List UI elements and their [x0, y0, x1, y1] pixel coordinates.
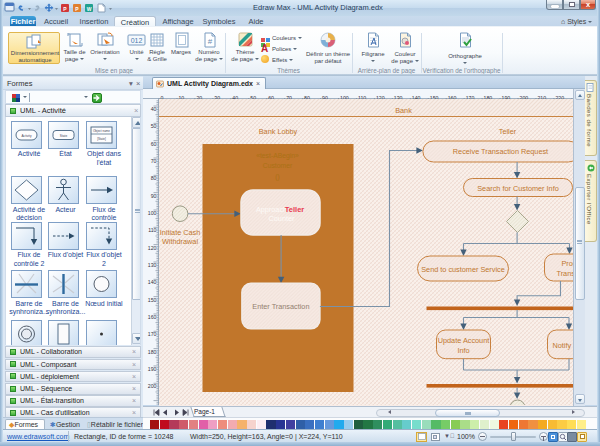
svg-text:Teller: Teller — [498, 127, 516, 136]
svg-text:Bank: Bank — [395, 106, 412, 115]
svg-text:Update Account: Update Account — [437, 336, 489, 345]
svg-text:190: 190 — [148, 366, 157, 372]
svg-text:Send to customer Service: Send to customer Service — [421, 265, 505, 274]
svg-text:130: 130 — [148, 262, 157, 268]
svg-text:90: 90 — [151, 193, 157, 199]
svg-text:50: 50 — [151, 123, 157, 129]
svg-text:150: 150 — [148, 297, 157, 303]
svg-text:012: 012 — [131, 37, 143, 44]
svg-text:State: State — [60, 133, 68, 137]
svg-text:80: 80 — [151, 175, 157, 181]
svg-text:Bank Lobby: Bank Lobby — [258, 127, 297, 136]
svg-text:[State]: [State] — [97, 137, 106, 141]
svg-text:Receive Transaction Request: Receive Transaction Request — [452, 147, 547, 156]
svg-text:200: 200 — [148, 383, 157, 389]
svg-text:Transac: Transac — [556, 269, 573, 278]
svg-text:Withdrawal: Withdrawal — [161, 237, 197, 246]
svg-text:100: 100 — [148, 210, 157, 216]
svg-text:Notify C: Notify C — [552, 341, 573, 350]
svg-text:Search for Customer Info: Search for Customer Info — [477, 184, 559, 193]
svg-text:Customer: Customer — [262, 162, 292, 169]
svg-text:Object name: Object name — [93, 129, 110, 133]
svg-text:Info: Info — [457, 346, 469, 355]
svg-text:Enter Transaction: Enter Transaction — [252, 302, 309, 311]
svg-text:180: 180 — [148, 349, 157, 355]
svg-text:Initiate Cash: Initiate Cash — [159, 228, 200, 237]
svg-text:Activity: Activity — [21, 133, 32, 137]
svg-text:40: 40 — [151, 106, 157, 112]
svg-text:W: W — [87, 6, 92, 12]
svg-text:110: 110 — [148, 227, 156, 233]
svg-text:Approach: Approach — [255, 205, 286, 214]
svg-text:140: 140 — [148, 279, 157, 285]
svg-text:«test-ABegin»: «test-ABegin» — [256, 152, 299, 160]
svg-text:120: 120 — [148, 245, 157, 251]
svg-text:Teller: Teller — [284, 205, 304, 214]
svg-text:170: 170 — [148, 331, 157, 337]
svg-text:60: 60 — [151, 141, 157, 147]
svg-text:Counter: Counter — [268, 214, 295, 223]
svg-text:#: # — [208, 37, 213, 46]
svg-text:70: 70 — [151, 158, 157, 164]
svg-text:Proces: Proces — [561, 259, 573, 268]
svg-text:160: 160 — [148, 314, 157, 320]
svg-text:(): () — [275, 173, 280, 181]
